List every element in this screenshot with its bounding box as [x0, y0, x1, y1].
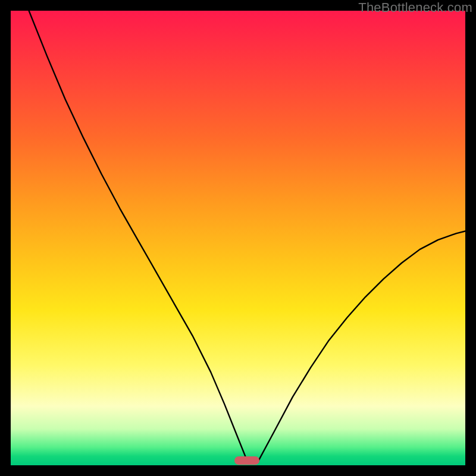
- chart-plot-area: [11, 11, 465, 465]
- optimal-marker: [234, 456, 259, 465]
- bottleneck-curve: [11, 11, 465, 465]
- chart-frame: TheBottleneck.com: [0, 0, 476, 476]
- watermark-text: TheBottleneck.com: [358, 0, 472, 15]
